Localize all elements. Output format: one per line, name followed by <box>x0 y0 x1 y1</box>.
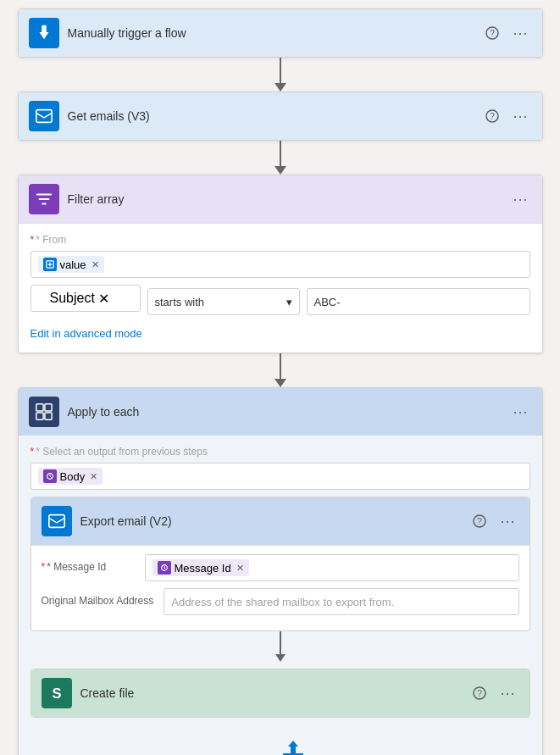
export-email-body: ** Message Id Message Id ✕ <box>31 545 530 630</box>
get-emails-title: Get emails (V3) <box>68 109 483 123</box>
get-emails-icon <box>29 101 59 131</box>
message-id-row: ** Message Id Message Id ✕ <box>42 554 519 581</box>
advanced-mode-link[interactable]: Edit in advanced mode <box>30 327 142 340</box>
filter-condition-row: Subject ✕ starts with ▾ ABC- <box>30 285 530 319</box>
mailbox-input[interactable]: Address of the shared mailbox to export … <box>164 588 518 615</box>
svg-text:S: S <box>52 686 61 701</box>
svg-text:?: ? <box>478 689 483 698</box>
create-file-title: Create file <box>80 686 470 700</box>
create-file-icon: S <box>42 678 72 708</box>
connector-line-3 <box>280 353 281 379</box>
export-email-actions: ? ··· <box>469 511 518 532</box>
svg-marker-19 <box>288 741 298 747</box>
trigger-actions: ? ··· <box>482 23 531 44</box>
chevron-down-icon: ▾ <box>286 296 292 308</box>
create-file-actions: ? ··· <box>469 683 518 704</box>
add-action-icon <box>281 738 305 755</box>
filter-array-more-btn[interactable]: ··· <box>509 189 531 210</box>
create-file-section: S Create file ? ··· <box>30 669 530 718</box>
apply-each-actions: ··· <box>509 402 531 423</box>
subject-tag-close[interactable]: ✕ <box>98 291 109 307</box>
connector-3 <box>18 353 543 387</box>
get-emails-header: Get emails (V3) ? ··· <box>19 92 542 140</box>
connector-arrow-3 <box>274 379 286 387</box>
value-tag-close[interactable]: ✕ <box>91 259 99 270</box>
apply-each-icon <box>29 397 59 427</box>
create-file-more-btn[interactable]: ··· <box>496 683 518 704</box>
export-email-more-btn[interactable]: ··· <box>496 511 518 532</box>
trigger-header: Manually trigger a flow ? ··· <box>19 9 542 57</box>
subject-tag-input[interactable]: Subject ✕ <box>30 285 141 312</box>
trigger-more-btn[interactable]: ··· <box>509 23 531 44</box>
create-file-help-btn[interactable]: ? <box>469 685 490 702</box>
svg-rect-10 <box>44 413 51 419</box>
mailbox-placeholder: Address of the shared mailbox to export … <box>171 596 394 608</box>
message-id-tag: Message Id ✕ <box>152 559 249 576</box>
create-file-header: S Create file ? ··· <box>31 669 530 717</box>
message-id-input[interactable]: Message Id ✕ <box>145 554 519 581</box>
trigger-title: Manually trigger a flow <box>68 26 483 40</box>
mailbox-row: Original Mailbox Address Address of the … <box>42 588 519 615</box>
svg-rect-7 <box>36 404 42 411</box>
get-emails-help-btn[interactable]: ? <box>482 108 502 125</box>
get-emails-step: Get emails (V3) ? ··· <box>18 92 543 141</box>
apply-each-more-btn[interactable]: ··· <box>509 402 531 423</box>
filter-value-input[interactable]: ABC- <box>307 288 530 315</box>
body-tag-icon <box>43 469 57 483</box>
body-tag-text: Body <box>60 470 86 483</box>
apply-each-title: Apply to each <box>68 405 510 419</box>
get-emails-actions: ? ··· <box>482 106 531 127</box>
svg-rect-11 <box>48 515 64 528</box>
value-tag-text: value <box>60 258 86 271</box>
message-id-label: ** Message Id <box>42 554 135 573</box>
inner-connector-arrow <box>275 654 286 662</box>
body-tag: Body ✕ <box>38 468 103 485</box>
connector-2 <box>18 141 543 175</box>
message-id-tag-close[interactable]: ✕ <box>236 563 244 574</box>
connector-1 <box>18 58 543 92</box>
svg-rect-8 <box>44 404 51 411</box>
message-id-tag-text: Message Id <box>175 562 231 575</box>
from-label: ** From <box>30 234 530 246</box>
get-emails-more-btn[interactable]: ··· <box>509 106 531 127</box>
apply-each-step: Apply to each ··· ** Select an output fr… <box>18 387 543 755</box>
export-email-icon <box>42 506 72 536</box>
mailbox-label: Original Mailbox Address <box>42 588 154 607</box>
connector-arrow-2 <box>274 166 286 175</box>
body-tag-close[interactable]: ✕ <box>90 471 97 482</box>
svg-text:?: ? <box>478 517 483 526</box>
add-action-button[interactable]: Add an action <box>243 731 343 755</box>
trigger-step: Manually trigger a flow ? ··· <box>18 8 543 58</box>
export-email-header: Export email (V2) ? ··· <box>31 497 530 545</box>
value-tag: value ✕ <box>38 256 104 273</box>
condition-text: starts with <box>155 296 283 308</box>
value-tag-icon <box>43 258 57 271</box>
export-email-section: Export email (V2) ? ··· ** Message Id <box>30 497 530 631</box>
filter-array-step: Filter array ··· ** From value ✕ <box>18 175 543 353</box>
svg-rect-2 <box>36 110 51 123</box>
add-action-area: Add an action <box>30 731 556 755</box>
apply-each-body: ** Select an output from previous steps … <box>19 436 542 755</box>
svg-text:?: ? <box>491 112 496 121</box>
connector-arrow-1 <box>274 83 286 92</box>
trigger-icon <box>29 18 59 48</box>
trigger-help-btn[interactable]: ? <box>482 25 502 42</box>
svg-text:?: ? <box>491 29 496 38</box>
export-email-title: Export email (V2) <box>80 514 470 528</box>
svg-rect-18 <box>291 746 296 755</box>
filter-array-header: Filter array ··· <box>19 175 542 223</box>
subject-tag-text: Subject <box>50 291 95 306</box>
condition-dropdown[interactable]: starts with ▾ <box>147 288 300 315</box>
connector-line-1 <box>280 58 281 83</box>
filter-array-actions: ··· <box>509 189 531 210</box>
subject-tag-icon <box>38 291 47 306</box>
filter-array-title: Filter array <box>68 192 510 206</box>
export-email-help-btn[interactable]: ? <box>469 513 490 530</box>
from-input[interactable]: value ✕ <box>30 251 530 278</box>
inner-connector-line <box>280 631 281 654</box>
inner-connector <box>30 631 530 662</box>
apply-each-header: Apply to each ··· <box>19 388 542 436</box>
filter-array-icon <box>29 184 59 214</box>
message-id-tag-icon <box>158 561 171 575</box>
body-tag-input[interactable]: Body ✕ <box>30 463 530 490</box>
